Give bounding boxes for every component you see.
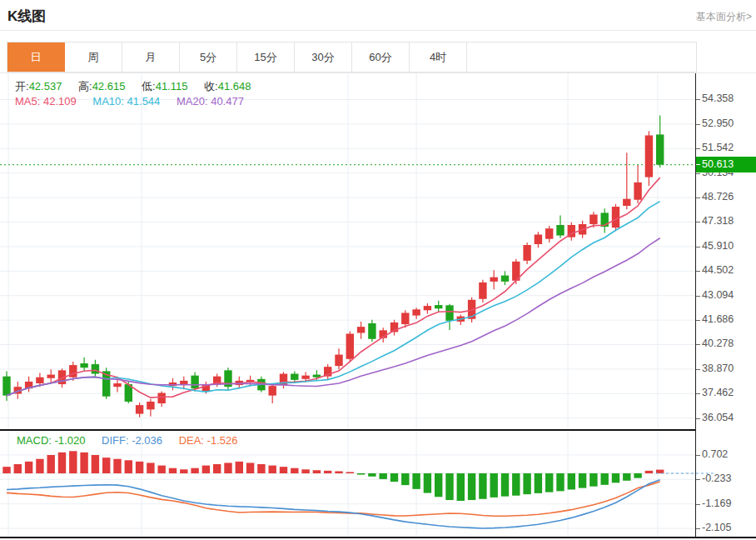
- ma10-value: 41.544: [127, 95, 161, 108]
- diff-label: DIFF:: [102, 434, 129, 447]
- tab-60min[interactable]: 60分: [352, 42, 410, 72]
- price-tag-tick: [696, 164, 700, 165]
- low-value: 41.115: [156, 80, 188, 92]
- pane-divider: [0, 429, 696, 431]
- candlestick-chart[interactable]: [0, 73, 695, 430]
- y-axis-label: 52.950: [702, 118, 734, 129]
- tabbar-filler: [467, 42, 696, 72]
- ma5-value: 42.109: [43, 95, 77, 108]
- ma5-label: MA5:: [15, 95, 40, 108]
- y-axis-label: -1.169: [702, 498, 731, 509]
- y-axis-label: -2.105: [702, 522, 731, 533]
- macd-readout: MACD: -1.020 DIFF: -2.036 DEA: -1.526: [17, 434, 251, 447]
- ma10-label: MA10:: [92, 95, 124, 108]
- interval-tabbar: 日 周 月 5分 15分 30分 60分 4时: [7, 42, 697, 72]
- current-price-tag: 50.613: [696, 157, 756, 172]
- open-value: 42.537: [29, 80, 62, 92]
- tab-5min[interactable]: 5分: [180, 42, 237, 72]
- title-divider: [0, 30, 756, 31]
- page-title: K线图: [7, 7, 46, 26]
- y-axis-label: 38.870: [702, 362, 734, 374]
- tab-month[interactable]: 月: [122, 42, 180, 72]
- ma-readout: MA5: 42.109 MA10: 41.544 MA20: 40.477: [15, 95, 257, 108]
- y-axis-label: -0.233: [702, 472, 731, 484]
- ohlc-readout: 开:42.537 高:42.615 低:41.115 收:41.648: [15, 79, 264, 94]
- ma20-value: 40.477: [211, 95, 244, 108]
- y-axis-label: 0.702: [702, 448, 728, 460]
- tab-4hour[interactable]: 4时: [410, 42, 467, 72]
- dea-label: DEA:: [179, 434, 204, 447]
- y-axis-label: 40.278: [702, 338, 734, 349]
- fundamental-analysis-link[interactable]: 基本面分析>: [696, 10, 752, 24]
- close-label: 收:: [204, 80, 218, 92]
- high-value: 42.615: [92, 80, 126, 92]
- y-axis-label: 37.462: [702, 387, 734, 398]
- y-axis-label: 45.910: [702, 240, 734, 252]
- macd-chart[interactable]: [0, 432, 756, 538]
- high-label: 高:: [78, 80, 92, 92]
- macd-label: MACD:: [17, 434, 52, 447]
- tab-day[interactable]: 日: [7, 42, 65, 72]
- y-axis-label: 36.054: [702, 412, 734, 423]
- diff-value: -2.036: [132, 434, 162, 447]
- tab-week[interactable]: 周: [65, 42, 122, 72]
- tab-30min[interactable]: 30分: [295, 42, 352, 72]
- ma20-label: MA20:: [177, 95, 208, 108]
- open-label: 开:: [15, 80, 29, 92]
- current-price-value: 50.613: [702, 158, 734, 170]
- y-axis-label: 43.094: [702, 289, 734, 301]
- y-axis-label: 48.726: [702, 191, 734, 202]
- y-axis-label: 44.502: [702, 264, 734, 276]
- macd-value: -1.020: [55, 434, 86, 447]
- close-value: 41.648: [218, 80, 251, 92]
- y-axis-label: 54.358: [702, 92, 734, 104]
- y-axis-label: 51.542: [702, 142, 734, 153]
- low-label: 低:: [142, 80, 156, 92]
- y-axis-label: 47.318: [702, 215, 734, 227]
- bottom-border: [0, 537, 756, 538]
- tab-15min[interactable]: 15分: [237, 42, 295, 72]
- y-axis-label: 41.686: [702, 313, 734, 325]
- dea-value: -1.526: [207, 434, 238, 447]
- kline-page: K线图 基本面分析> 日 周 月 5分 15分 30分 60分 4时 开:42.…: [0, 0, 756, 540]
- y-axis-line: [695, 73, 696, 538]
